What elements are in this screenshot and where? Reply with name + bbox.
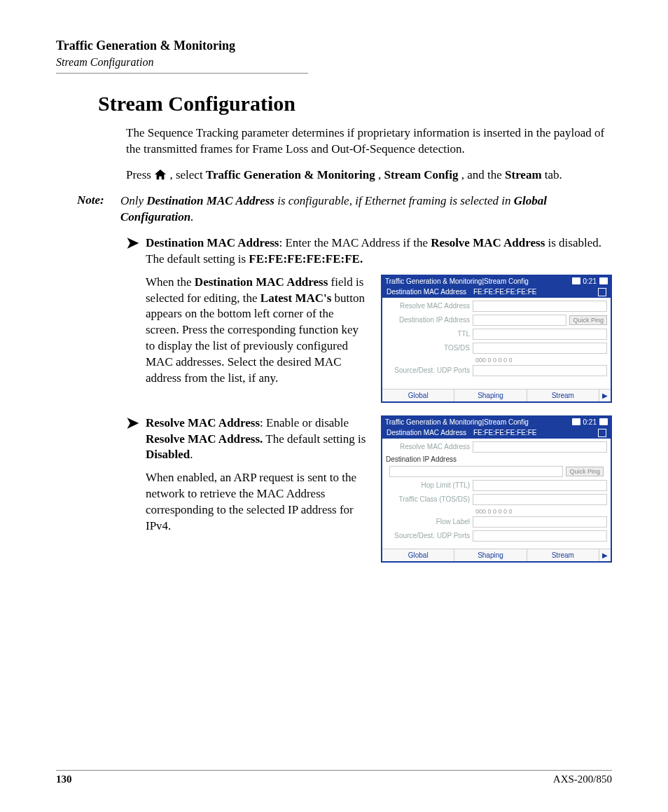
device-breadcrumb: Traffic Generation & Monitoring|Stream C… (385, 418, 529, 426)
manual-page: Traffic Generation & Monitoring Stream C… (0, 0, 668, 812)
dest-ip-field[interactable] (473, 315, 566, 326)
selected-field-row[interactable]: Destination MAC Address FE:FE:FE:FE:FE:F… (382, 287, 611, 298)
form-row-traffic-class: Traffic Class (TOS/DS) (386, 494, 607, 505)
form-row-hop-limit: Hop Limit (TTL) (386, 480, 607, 491)
dest-ip-field[interactable] (389, 466, 563, 477)
content-row-1: When the Destination MAC Address field i… (126, 275, 612, 403)
resolve-mac-field[interactable] (473, 441, 607, 453)
status-icon (572, 277, 580, 284)
section-title: Stream Configuration (98, 92, 612, 116)
text-column-1: When the Destination MAC Address field i… (146, 275, 368, 403)
arp-paragraph: When enabled, an ARP request is sent to … (146, 470, 368, 535)
bullet-item-2: ➤ Resolve MAC Address: Enable or disable… (126, 415, 368, 464)
form-row-dest-ip-label: Destination IP Address (386, 455, 607, 463)
note-body: Only Destination MAC Address is configur… (120, 193, 612, 226)
udp-ports-field[interactable] (473, 530, 607, 542)
screenshot-2: Traffic Generation & Monitoring|Stream C… (381, 415, 612, 563)
header-title: Traffic Generation & Monitoring (56, 39, 612, 53)
screenshot-1: Traffic Generation & Monitoring|Stream C… (381, 275, 612, 403)
quick-ping-button[interactable]: Quick Ping (566, 467, 604, 476)
intro-paragraph-2: Press , select Traffic Generation & Moni… (126, 167, 612, 184)
device-time: 0:21 (583, 418, 597, 426)
selected-field-value: FE:FE:FE:FE:FE:FE (473, 288, 537, 296)
menu-icon[interactable] (598, 429, 606, 437)
menu-icon[interactable] (598, 288, 606, 296)
selected-field-label: Destination MAC Address (387, 288, 466, 296)
form-row-udp-ports: Source/Dest. UDP Ports (386, 365, 607, 376)
tab-stream[interactable]: Stream (527, 549, 599, 561)
selected-field-label: Destination MAC Address (387, 429, 466, 436)
device-title-bar: Traffic Generation & Monitoring|Stream C… (382, 417, 611, 427)
intro-paragraph-1: The Sequence Tracking parameter determin… (126, 125, 612, 158)
tab-shaping[interactable]: Shaping (454, 549, 527, 561)
tab-scroll-right-icon[interactable]: ▶ (599, 549, 611, 561)
form-row-resolve-mac: Resolve MAC Address (386, 301, 607, 312)
device-screen-2: Traffic Generation & Monitoring|Stream C… (381, 415, 612, 563)
page-footer: 130 AXS-200/850 (56, 770, 612, 785)
device-time: 0:21 (583, 277, 597, 285)
ttl-field[interactable] (473, 329, 607, 340)
form-row-tos: TOS/DS (386, 343, 607, 354)
bullet-item-1: ➤ Destination MAC Address: Enter the MAC… (126, 235, 612, 268)
bullet-arrow-icon: ➤ (126, 235, 146, 268)
traffic-class-field[interactable] (473, 494, 607, 505)
tos-bits-label: 000 0 0 0 0 0 (386, 357, 607, 364)
tab-scroll-right-icon[interactable]: ▶ (599, 390, 611, 401)
battery-icon (599, 277, 608, 284)
flow-label-field[interactable] (473, 516, 607, 528)
form-row-resolve-mac: Resolve MAC Address (386, 441, 607, 453)
home-icon (154, 169, 167, 180)
page-number: 130 (56, 773, 72, 785)
tos-field[interactable] (473, 343, 607, 354)
tab-stream[interactable]: Stream (527, 390, 599, 401)
device-form-body: Resolve MAC Address Destination IP Addre… (382, 439, 611, 549)
selected-field-row[interactable]: Destination MAC Address FE:FE:FE:FE:FE:F… (382, 427, 611, 439)
device-tabs: Global Shaping Stream ▶ (382, 389, 611, 401)
hop-limit-field[interactable] (473, 480, 607, 491)
udp-ports-field[interactable] (473, 365, 607, 376)
content-row-2: ➤ Resolve MAC Address: Enable or disable… (126, 415, 612, 563)
tab-shaping[interactable]: Shaping (454, 390, 527, 401)
bullet-arrow-icon: ➤ (126, 415, 146, 464)
tab-global[interactable]: Global (382, 549, 454, 561)
intro-block: The Sequence Tracking parameter determin… (126, 125, 612, 184)
status-icon (572, 418, 580, 425)
note-block: Note: Only Destination MAC Address is co… (77, 193, 612, 226)
header-rule (56, 73, 308, 74)
resolve-mac-field[interactable] (473, 301, 607, 312)
form-row-dest-ip-wide: Quick Ping (386, 466, 607, 477)
device-breadcrumb: Traffic Generation & Monitoring|Stream C… (385, 277, 529, 285)
device-title-bar: Traffic Generation & Monitoring|Stream C… (382, 276, 611, 287)
tab-global[interactable]: Global (382, 390, 454, 401)
doc-id: AXS-200/850 (553, 773, 612, 785)
form-row-flow-label: Flow Label (386, 516, 607, 528)
bullet-list: ➤ Destination MAC Address: Enter the MAC… (126, 235, 612, 268)
text-column-2: ➤ Resolve MAC Address: Enable or disable… (126, 415, 368, 563)
note-label: Note: (77, 193, 120, 226)
traffic-class-bits-label: 000 0 0 0 0 0 (386, 508, 607, 515)
form-row-dest-ip: Destination IP Address Quick Ping (386, 315, 607, 326)
quick-ping-button[interactable]: Quick Ping (569, 315, 607, 325)
device-tabs: Global Shaping Stream ▶ (382, 549, 611, 561)
form-row-ttl: TTL (386, 329, 607, 340)
battery-icon (599, 418, 608, 425)
device-screen-1: Traffic Generation & Monitoring|Stream C… (381, 275, 612, 403)
running-header: Traffic Generation & Monitoring Stream C… (56, 39, 612, 69)
form-row-udp-ports: Source/Dest. UDP Ports (386, 530, 607, 542)
device-form-body: Resolve MAC Address Destination IP Addre… (382, 298, 611, 389)
selected-field-value: FE:FE:FE:FE:FE:FE (473, 429, 537, 436)
header-subtitle: Stream Configuration (56, 56, 612, 69)
